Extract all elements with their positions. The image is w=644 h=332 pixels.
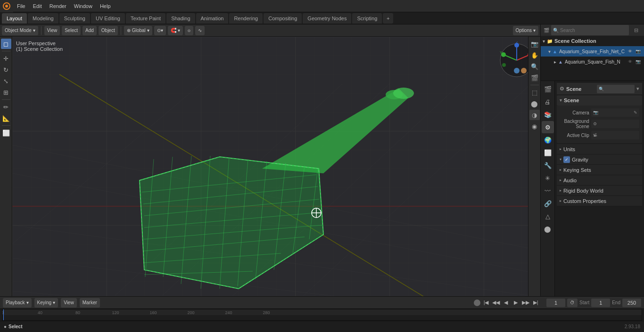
play-btn[interactable]: ▶: [512, 299, 520, 307]
wireframe-shading[interactable]: ⬚: [529, 87, 540, 97]
props-render-tab[interactable]: 🎬: [542, 83, 554, 95]
prev-frame-btn[interactable]: ◀◀: [492, 299, 500, 307]
object-mode-dropdown[interactable]: Object Mode ▾: [2, 26, 38, 35]
gravity-section[interactable]: ▾ ✓ Gravity: [557, 154, 642, 165]
props-material-tab[interactable]: ⬤: [542, 223, 554, 235]
rotate-tool[interactable]: ↻: [1, 65, 11, 75]
outliner-search[interactable]: 🔍: [551, 25, 629, 35]
viewport-3d[interactable]: User Perspective (1) Scene Collection X: [12, 37, 540, 296]
timeline-view-btn[interactable]: View: [61, 298, 77, 308]
props-scene-tab[interactable]: ⚙: [542, 121, 554, 133]
menu-window[interactable]: Window: [70, 0, 96, 12]
timeline-playback-btn[interactable]: Playback ▾: [3, 298, 32, 308]
props-search[interactable]: 🔍: [597, 85, 635, 93]
scale-tool[interactable]: ⤡: [1, 76, 11, 86]
tab-shading[interactable]: Shading: [166, 13, 195, 24]
props-modifier-tab[interactable]: 🔧: [542, 159, 554, 171]
end-frame-display[interactable]: 250: [622, 299, 641, 307]
filter-btn[interactable]: ⊟: [631, 25, 641, 35]
props-constraints-tab[interactable]: 🔗: [542, 197, 554, 210]
tab-geometry-nodes[interactable]: Geometry Nodes: [303, 13, 351, 24]
snap-toggle[interactable]: 🧲▾: [168, 26, 183, 35]
camera-value[interactable]: 📷 ✎: [591, 108, 639, 117]
menu-render[interactable]: Render: [46, 0, 70, 12]
tab-layout[interactable]: Layout: [2, 13, 27, 24]
current-frame-display[interactable]: 1: [546, 299, 565, 307]
audio-section[interactable]: ▸ Audio: [557, 175, 642, 186]
props-object-tab[interactable]: ⬜: [542, 146, 554, 159]
keying-sets-section[interactable]: ▸ Keying Sets: [557, 165, 642, 175]
tab-sculpting[interactable]: Sculpting: [59, 13, 90, 24]
props-output-tab[interactable]: 🖨: [542, 96, 554, 108]
background-scene-value[interactable]: ⚙: [591, 120, 639, 128]
timeline-track[interactable]: 0 40 80 120 160 200 240 280: [2, 309, 642, 321]
next-keyframe-btn[interactable]: ▶▶: [521, 299, 530, 307]
search-input[interactable]: [560, 28, 627, 33]
tab-animation[interactable]: Animation: [196, 13, 229, 24]
app-logo[interactable]: [0, 0, 13, 12]
jump-start-btn[interactable]: |◀: [482, 299, 490, 307]
measure-tool[interactable]: 📐: [1, 113, 11, 123]
tab-compositing[interactable]: Compositing: [264, 13, 302, 24]
camera-edit-icon[interactable]: ✎: [634, 110, 637, 115]
move-tool[interactable]: ✛: [1, 53, 11, 64]
record-btn[interactable]: [474, 300, 480, 306]
tab-texture-paint[interactable]: Texture Paint: [126, 13, 165, 24]
select-menu[interactable]: Select: [62, 26, 81, 35]
fps-btn[interactable]: ⏱: [567, 299, 578, 307]
props-data-tab[interactable]: △: [542, 210, 554, 222]
graph-icon[interactable]: ∿: [195, 26, 205, 35]
props-physics-tab[interactable]: 〰: [542, 185, 554, 197]
viewport-canvas[interactable]: User Perspective (1) Scene Collection X: [12, 37, 540, 296]
proportional-editing[interactable]: ⌾: [185, 26, 193, 35]
render-btn[interactable]: 🎬: [529, 73, 540, 83]
cursor-tool[interactable]: ◻: [1, 39, 11, 49]
custom-props-section[interactable]: ▸ Custom Properties: [557, 196, 642, 206]
tab-uv-editing[interactable]: UV Editing: [91, 13, 125, 24]
gravity-checkbox[interactable]: ✓: [563, 156, 570, 163]
menu-file[interactable]: File: [13, 0, 29, 12]
units-section[interactable]: ▸ Units: [557, 144, 642, 154]
rigid-body-section[interactable]: ▸ Rigid Body World: [557, 186, 642, 196]
object-menu[interactable]: Object: [99, 26, 118, 35]
pivot-point[interactable]: ⊙▾: [154, 26, 166, 35]
tab-scripting[interactable]: Scripting: [352, 13, 382, 24]
camera-view-btn[interactable]: 📷: [529, 39, 540, 49]
add-tab-button[interactable]: +: [383, 13, 393, 24]
annotate-tool[interactable]: ✏: [1, 102, 11, 112]
rendered-shading[interactable]: ◉: [529, 121, 540, 131]
visibility-toggle-0[interactable]: 👁: [627, 48, 633, 55]
zoom-btn[interactable]: 🔍: [529, 61, 540, 72]
visibility-toggle-1[interactable]: 👁: [627, 58, 633, 65]
filter-down-icon[interactable]: ▾: [636, 86, 639, 92]
tab-rendering[interactable]: Rendering: [229, 13, 263, 24]
timeline-marker-btn[interactable]: Marker: [80, 298, 100, 308]
outliner-row-0[interactable]: ▾ ▲ Aquarium_Square_Fish_Net_C 👁 📷: [541, 46, 644, 57]
props-particles-tab[interactable]: ✳: [542, 172, 554, 184]
material-shading[interactable]: ◑: [529, 110, 540, 120]
timeline-keying-btn[interactable]: Keying ▾: [34, 298, 58, 308]
tab-modeling[interactable]: Modeling: [28, 13, 58, 24]
outliner-row-1[interactable]: ▸ ▲ Aquarium_Square_Fish_N 👁 📷: [541, 57, 644, 67]
hand-tool-btn[interactable]: ✋: [529, 50, 540, 60]
jump-end-btn[interactable]: ▶|: [531, 299, 540, 307]
playhead[interactable]: [3, 309, 4, 320]
render-visibility-0[interactable]: 📷: [635, 48, 641, 55]
start-frame-display[interactable]: 1: [591, 299, 610, 307]
view-menu[interactable]: View: [44, 26, 60, 35]
menu-edit[interactable]: Edit: [29, 0, 46, 12]
render-visibility-1[interactable]: 📷: [635, 58, 641, 65]
active-clip-value[interactable]: 📽: [591, 131, 639, 139]
add-menu[interactable]: Add: [83, 26, 97, 35]
prev-keyframe-btn[interactable]: ◀: [502, 299, 510, 307]
options-btn[interactable]: Options ▾: [513, 26, 538, 35]
transform-tool[interactable]: ⊞: [1, 87, 11, 97]
scene-section-header[interactable]: ▾ Scene: [557, 95, 642, 105]
transform-dropdown[interactable]: ⊕ Global ▾: [124, 26, 152, 35]
props-view-layer-tab[interactable]: 📚: [542, 108, 554, 121]
add-cube-tool[interactable]: ⬜: [1, 128, 11, 138]
menu-help[interactable]: Help: [96, 0, 115, 12]
solid-shading[interactable]: ⬤: [529, 98, 540, 109]
props-world-tab[interactable]: 🌍: [542, 134, 554, 146]
outliner-scene-collection[interactable]: ▾ 📁 Scene Collection: [541, 36, 644, 46]
